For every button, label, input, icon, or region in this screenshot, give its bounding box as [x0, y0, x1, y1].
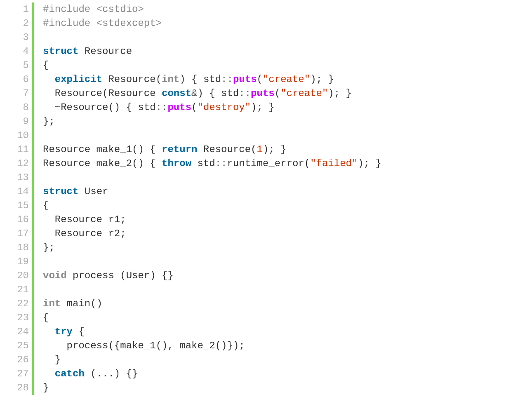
- line-number: 20: [0, 269, 29, 283]
- code-line: struct User: [43, 185, 532, 199]
- code-token: try: [55, 326, 73, 337]
- code-token: ::: [215, 158, 227, 169]
- code-token: ::: [221, 74, 233, 85]
- line-number: 17: [0, 227, 29, 241]
- line-number: 26: [0, 353, 29, 367]
- code-line: Resource make_1() { return Resource(1); …: [43, 143, 532, 157]
- code-token: {: [73, 326, 85, 337]
- code-line: struct Resource: [43, 45, 532, 59]
- code-token: {: [43, 312, 49, 323]
- line-number: 21: [0, 283, 29, 297]
- code-line: try {: [43, 325, 532, 339]
- code-token: Resource() { std: [61, 102, 155, 113]
- line-number: 27: [0, 367, 29, 381]
- code-token: };: [43, 242, 55, 253]
- code-token: process (User) {}: [67, 270, 174, 281]
- code-token: struct: [43, 46, 78, 57]
- line-number: 24: [0, 325, 29, 339]
- code-token: 1: [257, 144, 263, 155]
- line-number: 3: [0, 31, 29, 45]
- code-line: {: [43, 311, 532, 325]
- code-line: };: [43, 115, 532, 129]
- code-token: ::: [156, 102, 168, 113]
- code-token: explicit: [55, 74, 102, 85]
- code-token: ); }: [310, 74, 334, 85]
- code-token: ); }: [263, 144, 287, 155]
- line-number: 5: [0, 59, 29, 73]
- code-token: Resource: [78, 46, 132, 57]
- code-token: {: [43, 60, 49, 71]
- line-number: 1: [0, 2, 29, 16]
- code-line: Resource make_2() { throw std::runtime_e…: [43, 157, 532, 171]
- code-token: process({make_1(), make_2()});: [43, 340, 245, 351]
- code-line: Resource r2;: [43, 227, 532, 241]
- code-token: Resource(Resource: [43, 88, 162, 99]
- code-line: Resource(Resource const&) { std::puts("c…: [43, 87, 532, 101]
- code-token: puts: [251, 88, 275, 99]
- code-token: "create": [263, 74, 310, 85]
- code-token: ); }: [328, 88, 352, 99]
- code-token: puts: [167, 102, 191, 113]
- code-token: }: [43, 382, 49, 393]
- code-line: {: [43, 59, 532, 73]
- code-line: catch (...) {}: [43, 367, 532, 381]
- code-token: Resource(: [197, 144, 257, 155]
- line-number: 12: [0, 157, 29, 171]
- code-token: throw: [162, 158, 191, 169]
- line-number: 28: [0, 381, 29, 395]
- line-number: 13: [0, 171, 29, 185]
- code-token: ); }: [358, 158, 381, 169]
- code-token: (: [191, 102, 197, 113]
- code-token: #include <cstdio>: [43, 4, 144, 15]
- code-token: #include <stdexcept>: [43, 18, 162, 29]
- code-token: main(): [61, 298, 102, 309]
- line-number: 11: [0, 143, 29, 157]
- code-token: "destroy": [197, 102, 251, 113]
- code-token: (: [257, 74, 263, 85]
- code-token: ); }: [251, 102, 275, 113]
- code-token: const: [162, 88, 191, 99]
- line-number: 22: [0, 297, 29, 311]
- code-token: {: [43, 200, 49, 211]
- code-token: };: [43, 116, 55, 127]
- code-token: Resource r1;: [43, 214, 126, 225]
- code-line: [43, 171, 532, 185]
- code-line: }: [43, 381, 532, 395]
- line-number: 8: [0, 101, 29, 115]
- line-number: 16: [0, 213, 29, 227]
- code-token: (...) {}: [85, 368, 138, 379]
- code-line: };: [43, 241, 532, 255]
- code-line: explicit Resource(int) { std::puts("crea…: [43, 73, 532, 87]
- line-number: 7: [0, 87, 29, 101]
- code-token: "create": [280, 88, 328, 99]
- code-token: runtime_error(: [227, 158, 310, 169]
- code-token: puts: [233, 74, 257, 85]
- code-token: "failed": [310, 158, 358, 169]
- code-token: struct: [43, 186, 78, 197]
- line-number: 6: [0, 73, 29, 87]
- line-number: 18: [0, 241, 29, 255]
- code-token: std: [191, 158, 215, 169]
- code-line: process({make_1(), make_2()});: [43, 339, 532, 353]
- code-token: [43, 74, 55, 85]
- code-token: ) { std: [197, 88, 239, 99]
- line-number: 9: [0, 115, 29, 129]
- code-line: ~Resource() { std::puts("destroy"); }: [43, 101, 532, 115]
- line-number: 4: [0, 45, 29, 59]
- line-number-gutter: 1234567891011121314151617181920212223242…: [0, 2, 32, 395]
- line-number: 10: [0, 129, 29, 143]
- code-line: Resource r1;: [43, 213, 532, 227]
- code-token: Resource make_2() {: [43, 158, 162, 169]
- code-token: (: [275, 88, 280, 99]
- line-number: 15: [0, 199, 29, 213]
- line-number: 19: [0, 255, 29, 269]
- code-block: 1234567891011121314151617181920212223242…: [0, 0, 532, 395]
- code-token: void: [43, 270, 67, 281]
- line-number: 25: [0, 339, 29, 353]
- code-line: #include <stdexcept>: [43, 16, 532, 31]
- code-line: int main(): [43, 297, 532, 311]
- code-line: [43, 31, 532, 45]
- code-line: #include <cstdio>: [43, 2, 532, 16]
- code-token: ~: [55, 102, 61, 113]
- code-token: User: [78, 186, 108, 197]
